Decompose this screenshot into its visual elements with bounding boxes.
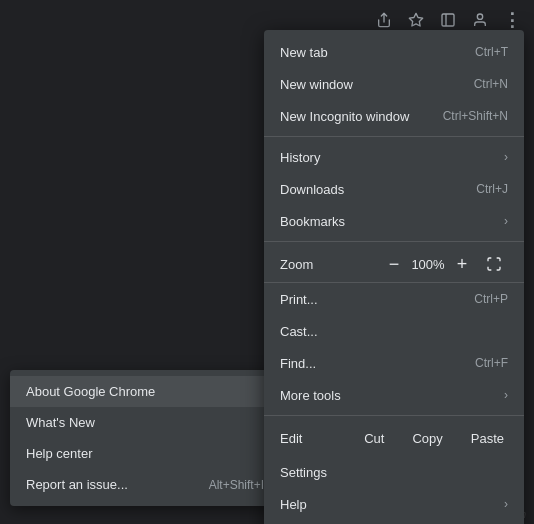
menu-history-label: History [280,150,496,165]
menu-downloads[interactable]: Downloads Ctrl+J [264,173,524,205]
zoom-row: Zoom − 100% + [264,246,524,283]
help-report-shortcut: Alt+Shift+I [209,478,264,492]
menu-help[interactable]: Help › [264,488,524,520]
menu-find[interactable]: Find... Ctrl+F [264,347,524,379]
menu-downloads-shortcut: Ctrl+J [476,182,508,196]
help-report-item[interactable]: Report an issue... Alt+Shift+I [10,469,280,500]
edit-row: Edit Cut Copy Paste [264,420,524,456]
history-arrow-icon: › [504,150,508,164]
svg-rect-2 [442,14,454,26]
menu-bookmarks[interactable]: Bookmarks › [264,205,524,237]
help-about-label: About Google Chrome [26,384,155,399]
menu-find-label: Find... [280,356,459,371]
help-whatsnew-item[interactable]: What's New [10,407,280,438]
menu-new-window[interactable]: New window Ctrl+N [264,68,524,100]
help-about-item[interactable]: About Google Chrome [10,376,280,407]
menu-incognito[interactable]: New Incognito window Ctrl+Shift+N [264,100,524,132]
zoom-decrease-button[interactable]: − [380,250,408,278]
menu-incognito-label: New Incognito window [280,109,427,124]
help-center-item[interactable]: Help center [10,438,280,469]
help-report-label: Report an issue... [26,477,128,492]
zoom-value: 100% [408,257,448,272]
svg-point-4 [477,14,482,19]
zoom-fullscreen-button[interactable] [480,250,508,278]
menu-print-shortcut: Ctrl+P [474,292,508,306]
menu-downloads-label: Downloads [280,182,460,197]
menu-more-tools[interactable]: More tools › [264,379,524,411]
menu-cast[interactable]: Cast... [264,315,524,347]
zoom-increase-button[interactable]: + [448,250,476,278]
menu-new-tab-shortcut: Ctrl+T [475,45,508,59]
menu-new-tab[interactable]: New tab Ctrl+T [264,36,524,68]
chrome-menu: New tab Ctrl+T New window Ctrl+N New Inc… [264,30,524,524]
menu-bookmarks-label: Bookmarks [280,214,496,229]
divider-2 [264,241,524,242]
menu-incognito-shortcut: Ctrl+Shift+N [443,109,508,123]
menu-cast-label: Cast... [280,324,508,339]
menu-settings[interactable]: Settings [264,456,524,488]
edit-label: Edit [272,431,348,446]
menu-more-tools-label: More tools [280,388,496,403]
menu-find-shortcut: Ctrl+F [475,356,508,370]
menu-settings-label: Settings [280,465,508,480]
menu-history[interactable]: History › [264,141,524,173]
copy-button[interactable]: Copy [400,427,454,450]
menu-new-tab-label: New tab [280,45,459,60]
help-center-label: Help center [26,446,92,461]
bookmarks-arrow-icon: › [504,214,508,228]
help-arrow-icon: › [504,497,508,511]
divider-1 [264,136,524,137]
cut-button[interactable]: Cut [352,427,396,450]
menu-help-label: Help [280,497,496,512]
paste-button[interactable]: Paste [459,427,516,450]
menu-new-window-shortcut: Ctrl+N [474,77,508,91]
help-submenu: About Google Chrome What's New Help cent… [10,370,280,506]
divider-3 [264,415,524,416]
zoom-label: Zoom [280,257,380,272]
help-whatsnew-label: What's New [26,415,95,430]
menu-print-label: Print... [280,292,458,307]
menu-new-window-label: New window [280,77,458,92]
more-tools-arrow-icon: › [504,388,508,402]
svg-marker-1 [409,13,422,26]
menu-print[interactable]: Print... Ctrl+P [264,283,524,315]
